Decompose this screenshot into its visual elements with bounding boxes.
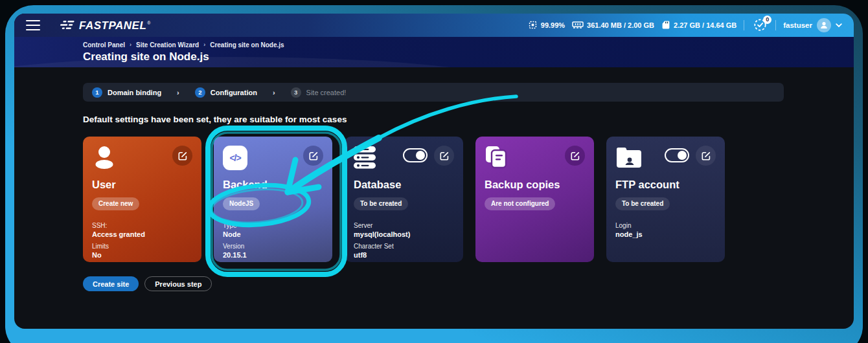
step-number: 3 (291, 87, 301, 98)
cpu-value: 99.99% (541, 21, 565, 29)
card-backup-copies: Backup copies Are not configured (475, 137, 594, 262)
step-number: 1 (92, 87, 102, 98)
menu-icon[interactable] (26, 20, 40, 30)
settings-cards: User Create new SSH: Access granted Limi… (83, 137, 854, 262)
breadcrumb-separator: › (130, 41, 131, 48)
previous-step-button[interactable]: Previous step (144, 276, 212, 291)
detail-value: 20.15.1 (223, 251, 323, 259)
code-icon: </> (223, 146, 247, 170)
edit-ftp-button[interactable] (696, 146, 716, 166)
edit-user-button[interactable] (172, 146, 192, 166)
ram-stat: 361.40 MB / 2.00 GB (572, 21, 654, 30)
detail-value: Access granted (92, 230, 192, 238)
wizard-steps: 1 Domain binding › 2 Configuration › 3 S… (83, 83, 784, 102)
folder-user-icon (615, 146, 643, 173)
copy-icon (485, 146, 510, 173)
disk-value: 2.27 GB / 14.64 GB (674, 21, 737, 29)
step-configuration: 2 Configuration (195, 87, 257, 98)
detail-value: Node (223, 230, 323, 238)
detail-label: Server (354, 222, 454, 229)
step-label: Configuration (211, 89, 257, 96)
fastpanel-logo[interactable]: FASTPANEL ® (58, 19, 150, 32)
step-site-created: 3 Site created! (291, 87, 347, 98)
app-panel: FASTPANEL ® 99.99% 361.40 MB / 2.00 GB (14, 14, 854, 329)
status-badge: To be created (354, 197, 408, 210)
card-title: Backup copies (485, 179, 585, 191)
card-title: FTP account (615, 179, 716, 191)
detail-label: Type (223, 222, 323, 229)
ftp-toggle[interactable] (665, 148, 689, 162)
card-backend: </> Backend NodeJS Type Node Version 20.… (214, 137, 332, 262)
database-icon (354, 146, 377, 173)
status-badge: NodeJS (223, 197, 260, 210)
step-domain-binding: 1 Domain binding (92, 87, 161, 98)
step-label: Domain binding (108, 89, 161, 96)
ram-value: 361.40 MB / 2.00 GB (587, 21, 654, 29)
status-badge: Are not configured (485, 197, 555, 210)
card-database: Database To be created Server mysql(loca… (345, 137, 463, 262)
edit-database-button[interactable] (434, 146, 454, 166)
detail-label: Character Set (354, 243, 454, 250)
status-badge: Create new (92, 197, 139, 210)
user-icon (92, 146, 118, 173)
page-header: Control Panel › Site Creation Wizard › C… (14, 37, 854, 67)
detail-label: Limits (92, 243, 192, 250)
username: fastuser (783, 21, 812, 29)
tasks-icon[interactable]: 0 (751, 17, 768, 33)
disk-icon (661, 20, 670, 31)
card-title: Database (354, 179, 454, 191)
chevron-down-icon (836, 21, 842, 29)
breadcrumb-separator: › (203, 41, 205, 48)
top-navbar: FASTPANEL ® 99.99% 361.40 MB / 2.00 GB (14, 14, 854, 37)
breadcrumb-current: Creating site on Node.js (210, 41, 284, 49)
logo-text: FASTPANEL (79, 19, 146, 32)
detail-value: utf8 (354, 251, 454, 259)
detail-value: mysql(localhost) (354, 230, 454, 238)
create-site-button[interactable]: Create site (83, 276, 139, 291)
registered-mark: ® (147, 21, 150, 25)
detail-value: node_js (615, 230, 716, 238)
edit-backup-button[interactable] (565, 146, 585, 166)
detail-label: Version (223, 243, 323, 250)
tasks-count-badge: 0 (763, 16, 771, 24)
logo-mark-icon (58, 20, 75, 33)
breadcrumb: Control Panel › Site Creation Wizard › C… (83, 41, 854, 49)
card-title: Backend (223, 179, 323, 191)
settings-note: Default settings have been set, they are… (83, 115, 854, 124)
status-badge: To be created (615, 197, 670, 210)
card-user: User Create new SSH: Access granted Limi… (83, 137, 201, 262)
step-label: Site created! (306, 89, 347, 96)
disk-stat: 2.27 GB / 14.64 GB (661, 20, 737, 31)
detail-label: Login (615, 222, 716, 229)
divider (744, 20, 744, 30)
cpu-stat: 99.99% (528, 20, 565, 31)
user-menu[interactable]: fastuser (783, 18, 842, 32)
step-separator: › (273, 89, 275, 96)
card-ftp-account: FTP account To be created Login node_js (606, 137, 725, 262)
detail-value: No (92, 251, 192, 259)
card-title: User (92, 179, 192, 191)
divider (775, 20, 776, 30)
avatar (817, 18, 831, 32)
edit-backend-button[interactable] (303, 146, 323, 166)
step-separator: › (177, 89, 179, 96)
ram-icon (572, 21, 584, 30)
step-number: 2 (195, 87, 205, 98)
breadcrumb-control-panel[interactable]: Control Panel (83, 41, 125, 49)
cpu-icon (528, 20, 538, 31)
page-title: Creating site on Node.js (83, 50, 854, 63)
database-toggle[interactable] (403, 148, 428, 162)
detail-label: SSH: (92, 222, 192, 229)
breadcrumb-site-wizard[interactable]: Site Creation Wizard (136, 41, 199, 49)
